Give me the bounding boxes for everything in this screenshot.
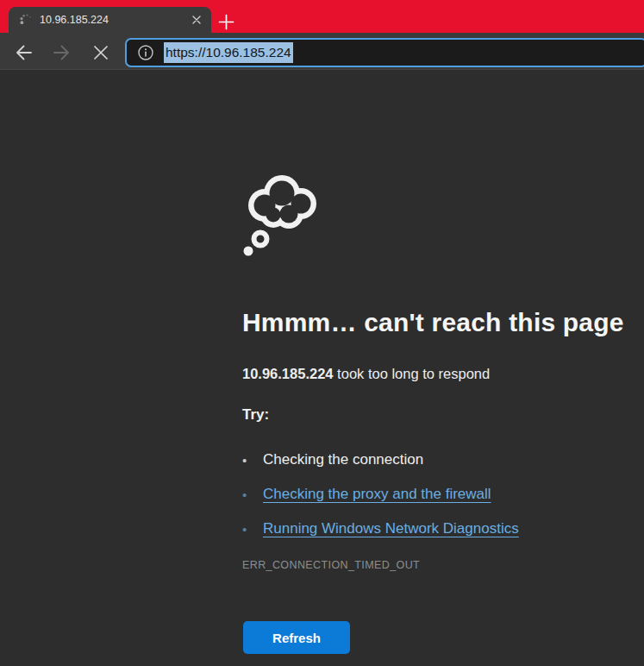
tab-close-button[interactable] xyxy=(189,12,204,28)
new-tab-button[interactable] xyxy=(217,13,234,30)
arrow-right-icon xyxy=(51,42,72,63)
error-message-suffix: took too long to respond xyxy=(334,366,491,381)
address-bar[interactable]: https://10.96.185.224 xyxy=(125,38,644,67)
list-item: • Checking the connection xyxy=(242,443,519,477)
back-button[interactable] xyxy=(9,41,39,64)
error-code: ERR_CONNECTION_TIMED_OUT xyxy=(242,559,420,571)
error-title: Hmmm… can't reach this page xyxy=(242,308,624,337)
list-item: • Running Windows Network Diagnostics xyxy=(242,512,519,546)
refresh-button[interactable]: Refresh xyxy=(243,621,350,654)
try-label: Try: xyxy=(242,406,269,424)
error-page: Hmmm… can't reach this page 10.96.185.22… xyxy=(0,70,644,666)
arrow-left-icon xyxy=(14,42,34,63)
thought-bubble-icon xyxy=(242,171,323,258)
bullet-icon: • xyxy=(242,453,263,468)
tab-strip: 10.96.185.224 xyxy=(0,0,644,33)
error-message: 10.96.185.224 took too long to respond xyxy=(242,366,490,382)
network-diagnostics-link[interactable]: Running Windows Network Diagnostics xyxy=(263,520,519,537)
suggestion-list: • Checking the connection • Checking the… xyxy=(242,443,519,546)
page-info-button[interactable] xyxy=(137,44,154,61)
error-host: 10.96.185.224 xyxy=(242,366,334,381)
list-item: • Checking the proxy and the firewall xyxy=(242,477,519,512)
bullet-icon: • xyxy=(242,487,263,502)
suggestion-text: Checking the connection xyxy=(263,451,423,468)
url-text-selected[interactable]: https://10.96.185.224 xyxy=(164,42,293,63)
x-stop-icon xyxy=(91,43,110,62)
bullet-icon: • xyxy=(242,522,263,537)
close-icon xyxy=(191,15,202,25)
proxy-firewall-link[interactable]: Checking the proxy and the firewall xyxy=(263,486,491,503)
loading-spinner-icon xyxy=(19,13,33,27)
tab-title: 10.96.185.224 xyxy=(40,14,189,26)
plus-icon xyxy=(218,14,234,30)
browser-tab[interactable]: 10.96.185.224 xyxy=(9,7,211,33)
stop-button[interactable] xyxy=(86,41,116,64)
info-icon xyxy=(137,44,154,61)
forward-button[interactable] xyxy=(47,41,76,64)
